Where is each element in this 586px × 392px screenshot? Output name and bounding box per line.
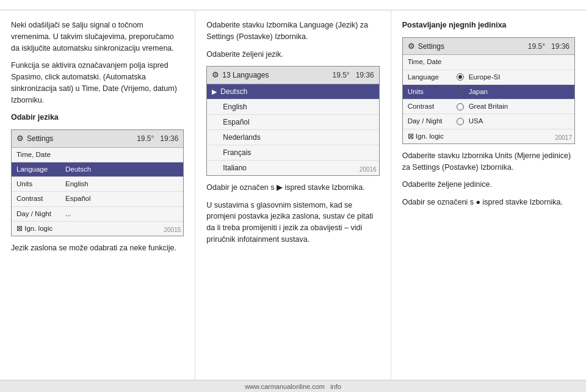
left-settings-header: ⚙ Settings 19.5° 19:36 <box>12 130 183 148</box>
right-column: Postavljanje njegnih jedinixa ⚙ Settings… <box>391 10 586 379</box>
middle-para-1: Odabir je označen s ▶ ispred stavke Izbo… <box>206 182 379 194</box>
lang-header-right: 19.5° 19:36 <box>332 70 374 81</box>
units-row-value: Great Britain <box>469 101 508 112</box>
left-column: Neki odašiljači se šalju signal o točnom… <box>0 10 195 379</box>
lang-row[interactable]: Nederlands <box>207 130 378 145</box>
left-settings-row: Time, Date <box>12 148 183 162</box>
lang-panel-number: 20016 <box>360 165 377 174</box>
units-row-right: Europe-SI <box>457 72 501 82</box>
lang-rows: ▶DeutschEnglishEspañolNederlandsFrançais… <box>207 84 378 175</box>
right-heading: Postavljanje njegnih jedinixa <box>402 20 575 31</box>
website-bar: www.carmanualonline.com info <box>0 380 586 392</box>
middle-column: Odaberite stavku Izbornika Language (Jez… <box>195 10 391 379</box>
units-row: ⊠ Ign. logic <box>403 129 574 143</box>
left-panel-number: 20015 <box>164 225 181 234</box>
left-para-3: Odabir jezika <box>11 112 184 123</box>
units-row-label: Day / Night <box>408 116 457 126</box>
units-row-value: Japan <box>469 87 488 97</box>
lang-row[interactable]: English <box>207 100 378 115</box>
lang-row-label: English <box>223 101 247 112</box>
left-row-label: Units <box>16 179 65 189</box>
lang-time: 19:36 <box>356 71 374 79</box>
lang-row[interactable]: ▶Deutsch <box>207 84 378 100</box>
radio-icon[interactable] <box>457 88 464 95</box>
left-row-value: Deutsch <box>65 164 178 175</box>
left-settings-header-left: ⚙ Settings <box>16 132 53 145</box>
units-temp: 19.5° <box>528 42 545 51</box>
lang-row[interactable]: Italiano <box>207 161 378 175</box>
lang-row-label: Español <box>223 117 249 128</box>
units-row: Time, Date <box>403 55 574 70</box>
units-header: ⚙ Settings 19.5° 19:36 <box>403 38 574 56</box>
lang-row[interactable]: Español <box>207 115 378 130</box>
right-para-3: Odabir se označeni s ● ispred stavke Izb… <box>402 197 575 208</box>
left-settings-panel: ⚙ Settings 19.5° 19:36 Time, DateLanguag… <box>11 129 184 236</box>
units-panel: ⚙ Settings 19.5° 19:36 Time, DateLanguag… <box>402 37 575 144</box>
radio-icon[interactable] <box>457 118 464 125</box>
middle-heading1: Odaberite stavku Izbornika Language (Jez… <box>206 20 379 43</box>
middle-heading2: Odaberite željeni jezik. <box>206 49 379 60</box>
left-row-label: Day / Night <box>16 209 65 219</box>
units-row: Day / NightUSA <box>403 114 574 129</box>
units-row-label: Time, Date <box>408 57 457 67</box>
left-settings-title: Settings <box>27 133 53 144</box>
units-row-right: Great Britain <box>457 101 508 112</box>
lang-icon: ⚙ <box>212 69 219 81</box>
left-para-1: Neki odašiljači se šalju signal o točnom… <box>11 20 184 54</box>
units-row-value: USA <box>469 116 483 126</box>
left-row-value: Español <box>65 194 178 204</box>
left-row-label: Time, Date <box>16 150 65 160</box>
lang-header: ⚙ 13 Languages 19.5° 19:36 <box>207 67 378 84</box>
lang-arrow-icon: ▶ <box>212 87 217 97</box>
content-area: Neki odašiljači se šalju signal o točnom… <box>0 10 586 379</box>
lang-row-label: Italiano <box>223 162 247 173</box>
units-icon: ⚙ <box>408 40 415 53</box>
left-settings-row: ⊠ Ign. logic <box>12 222 183 236</box>
left-para-2: Funkcija se aktivira označavanjem polja … <box>11 60 184 106</box>
lang-title: 13 Languages <box>222 70 269 81</box>
website-text: www.carmanualonline.com info <box>245 383 341 390</box>
lang-row-label: Français <box>223 147 251 158</box>
left-row-label: Contrast <box>16 194 65 204</box>
units-row: ContrastGreat Britain <box>403 100 574 114</box>
units-row: LanguageEurope-SI <box>403 70 574 85</box>
middle-para-2: U sustavima s glasovnim sistemom, kad se… <box>206 200 379 245</box>
lang-header-left: ⚙ 13 Languages <box>212 69 269 81</box>
left-settings-row: Day / Night... <box>12 207 183 222</box>
left-row-value: ... <box>65 209 178 219</box>
page-header <box>0 0 586 10</box>
left-footer: Jezik zaslona se može odabrati za neke f… <box>11 242 184 254</box>
units-row-label: Units <box>408 87 457 97</box>
units-panel-number: 20017 <box>555 133 572 142</box>
units-row-label: Language <box>408 72 457 82</box>
left-settings-row: LanguageDeutsch <box>12 162 183 177</box>
units-row-value: Europe-SI <box>469 72 501 82</box>
units-title: Settings <box>418 41 444 52</box>
units-header-left: ⚙ Settings <box>408 40 444 53</box>
units-row-label: ⊠ Ign. logic <box>408 131 457 142</box>
units-row-label: Contrast <box>408 101 457 112</box>
left-settings-header-right: 19.5° 19:36 <box>137 133 178 144</box>
units-row: UnitsJapan <box>403 85 574 100</box>
left-settings-temp: 19.5° <box>137 134 154 143</box>
radio-icon[interactable] <box>457 103 464 111</box>
lang-row[interactable]: Français <box>207 145 378 161</box>
left-row-label: Language <box>16 164 65 175</box>
settings-icon-left: ⚙ <box>16 132 24 145</box>
lang-row-label: Deutsch <box>220 86 247 97</box>
units-row-right: Japan <box>457 87 488 97</box>
units-row-right: USA <box>457 116 483 126</box>
lang-temp: 19.5° <box>332 71 349 79</box>
left-row-value: English <box>65 179 178 189</box>
left-row-label: ⊠ Ign. logic <box>16 223 65 234</box>
lang-row-label: Nederlands <box>223 132 260 143</box>
radio-icon[interactable] <box>457 73 464 81</box>
left-settings-row: UnitsEnglish <box>12 177 183 192</box>
left-settings-row: ContrastEspañol <box>12 192 183 206</box>
units-time: 19:36 <box>551 42 570 51</box>
left-settings-time: 19:36 <box>160 134 178 143</box>
units-header-right: 19.5° 19:36 <box>528 41 570 52</box>
right-para-1: Odaberite stavku Izbornika Units (Mjerne… <box>402 150 575 173</box>
right-para-2: Odaberite željene jedinice. <box>402 179 575 191</box>
lang-panel: ⚙ 13 Languages 19.5° 19:36 ▶DeutschEngli… <box>206 66 379 176</box>
